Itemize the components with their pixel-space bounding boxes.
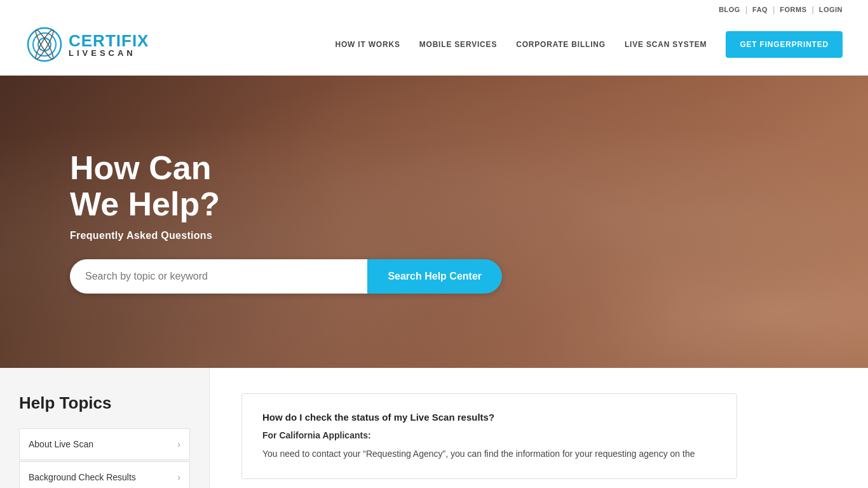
divider2: | [773, 5, 775, 14]
hero-title: How Can We Help? [70, 150, 445, 222]
login-link[interactable]: LOGIN [819, 6, 843, 13]
below-hero: Help Topics About Live Scan › Background… [0, 368, 868, 488]
hero-section: How Can We Help? Frequently Asked Questi… [0, 76, 868, 368]
hero-subtitle: Frequently Asked Questions [70, 230, 445, 241]
search-bar: Search Help Center [70, 259, 502, 294]
svg-point-1 [33, 33, 56, 56]
faq-sub-heading: For California Applicants: [262, 430, 716, 440]
sidebar-item-background-check-results[interactable]: Background Check Results › [19, 461, 190, 488]
main-content: How do I check the status of my Live Sca… [210, 368, 868, 488]
logo-livescan: LIVESCAN [69, 49, 149, 57]
nav-corporate-billing[interactable]: CORPORATE BILLING [516, 40, 606, 49]
header: CERTIFIX LIVESCAN HOW IT WORKS MOBILE SE… [0, 19, 868, 76]
faq-question: How do I check the status of my Live Sca… [262, 412, 716, 423]
nav-live-scan-system[interactable]: LIVE SCAN SYSTEM [625, 40, 707, 49]
chevron-right-icon: › [177, 439, 180, 449]
blog-link[interactable]: BLOG [719, 6, 740, 13]
get-fingerprinted-button[interactable]: GET FINGERPRINTED [726, 31, 843, 58]
main-nav: HOW IT WORKS MOBILE SERVICES CORPORATE B… [335, 31, 843, 58]
faq-box: How do I check the status of my Live Sca… [241, 393, 737, 479]
search-button[interactable]: Search Help Center [367, 259, 502, 294]
logo[interactable]: CERTIFIX LIVESCAN [25, 25, 149, 64]
nav-how-it-works[interactable]: HOW IT WORKS [335, 40, 400, 49]
logo-icon [25, 25, 64, 64]
sidebar: Help Topics About Live Scan › Background… [0, 368, 210, 488]
hero-content: How Can We Help? Frequently Asked Questi… [0, 150, 445, 294]
sidebar-item-label: Background Check Results [29, 472, 136, 482]
svg-point-2 [38, 38, 51, 51]
logo-text: CERTIFIX LIVESCAN [69, 32, 149, 57]
nav-mobile-services[interactable]: MOBILE SERVICES [419, 40, 497, 49]
top-bar: BLOG | FAQ | FORMS | LOGIN [0, 0, 868, 19]
divider3: | [812, 5, 814, 14]
chevron-right-icon: › [177, 472, 180, 482]
sidebar-item-about-live-scan[interactable]: About Live Scan › [19, 428, 190, 460]
search-input[interactable] [70, 259, 367, 294]
faq-link[interactable]: FAQ [752, 6, 768, 13]
sidebar-title: Help Topics [19, 393, 190, 413]
faq-body: You need to contact your “Requesting Age… [262, 447, 716, 461]
forms-link[interactable]: FORMS [780, 6, 806, 13]
logo-certifix: CERTIFIX [69, 32, 149, 49]
sidebar-item-label: About Live Scan [29, 439, 93, 449]
divider1: | [745, 5, 747, 14]
